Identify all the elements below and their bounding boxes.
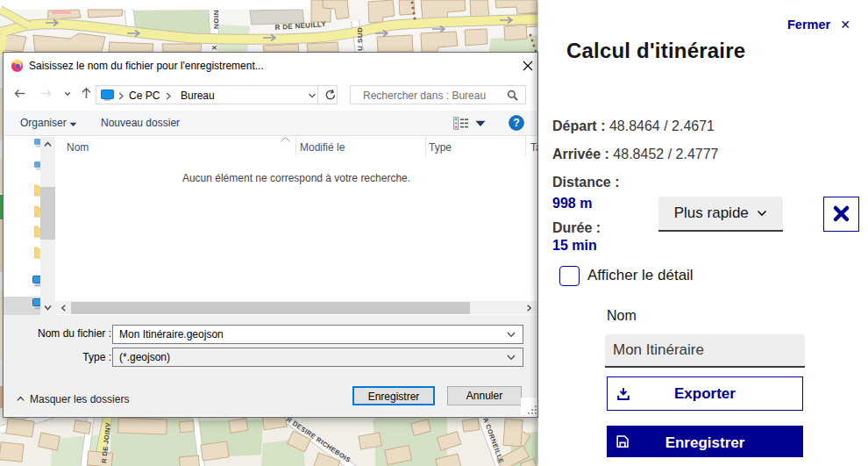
svg-text:NOIN: NOIN [212,10,220,29]
svg-text:X: X [210,45,218,50]
svg-text:?: ? [513,117,520,129]
svg-text:U SUD: U SUD [356,27,364,51]
